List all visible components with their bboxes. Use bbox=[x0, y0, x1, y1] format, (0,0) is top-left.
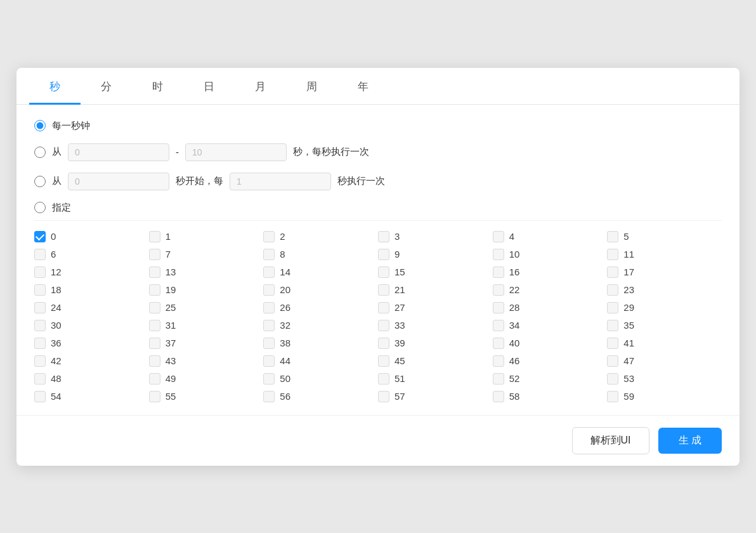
checkbox-38[interactable] bbox=[263, 338, 275, 349]
tab-sec[interactable]: 秒 bbox=[29, 68, 81, 105]
checkbox-44[interactable] bbox=[263, 355, 275, 367]
checkbox-item-25: 25 bbox=[149, 302, 264, 313]
checkbox-27[interactable] bbox=[378, 302, 389, 313]
checkbox-item-49: 49 bbox=[149, 373, 264, 385]
checkbox-12[interactable] bbox=[34, 266, 46, 278]
checkbox-13[interactable] bbox=[149, 266, 160, 278]
checkbox-label-7: 7 bbox=[166, 249, 171, 260]
tab-min[interactable]: 分 bbox=[81, 68, 132, 105]
step-radio[interactable] bbox=[34, 176, 46, 187]
checkbox-item-20: 20 bbox=[263, 284, 378, 296]
generate-button[interactable]: 生 成 bbox=[658, 428, 722, 454]
checkbox-33[interactable] bbox=[378, 320, 389, 331]
checkbox-19[interactable] bbox=[149, 284, 160, 296]
checkbox-label-1: 1 bbox=[166, 231, 171, 242]
specify-radio[interactable] bbox=[34, 202, 46, 213]
range-to-input[interactable] bbox=[185, 143, 287, 161]
tab-month[interactable]: 月 bbox=[235, 68, 286, 105]
checkbox-label-20: 20 bbox=[280, 284, 290, 295]
checkbox-item-21: 21 bbox=[378, 284, 493, 296]
checkbox-52[interactable] bbox=[493, 373, 504, 385]
checkbox-39[interactable] bbox=[378, 338, 389, 349]
checkbox-4[interactable] bbox=[493, 231, 504, 242]
checkbox-41[interactable] bbox=[607, 338, 618, 349]
checkbox-8[interactable] bbox=[263, 249, 275, 260]
checkbox-item-3: 3 bbox=[378, 231, 493, 242]
checkbox-54[interactable] bbox=[34, 391, 46, 402]
checkbox-17[interactable] bbox=[607, 266, 618, 278]
checkbox-50[interactable] bbox=[263, 373, 275, 385]
checkbox-item-51: 51 bbox=[378, 373, 493, 385]
checkbox-56[interactable] bbox=[263, 391, 275, 402]
tab-day[interactable]: 日 bbox=[183, 68, 235, 105]
checkbox-29[interactable] bbox=[607, 302, 618, 313]
checkbox-24[interactable] bbox=[34, 302, 46, 313]
checkbox-14[interactable] bbox=[263, 266, 275, 278]
checkbox-48[interactable] bbox=[34, 373, 46, 385]
checkbox-32[interactable] bbox=[263, 320, 275, 331]
checkbox-20[interactable] bbox=[263, 284, 275, 296]
range-radio[interactable] bbox=[34, 147, 46, 158]
every-second-radio[interactable] bbox=[34, 120, 46, 131]
checkbox-7[interactable] bbox=[149, 249, 160, 260]
checkbox-23[interactable] bbox=[607, 284, 618, 296]
checkbox-25[interactable] bbox=[149, 302, 160, 313]
checkbox-3[interactable] bbox=[378, 231, 389, 242]
checkbox-22[interactable] bbox=[493, 284, 504, 296]
step-step-input[interactable] bbox=[230, 173, 331, 190]
checkbox-9[interactable] bbox=[378, 249, 389, 260]
checkbox-49[interactable] bbox=[149, 373, 160, 385]
checkbox-40[interactable] bbox=[493, 338, 504, 349]
specify-label: 指定 bbox=[52, 202, 71, 214]
checkbox-21[interactable] bbox=[378, 284, 389, 296]
checkbox-item-9: 9 bbox=[378, 249, 493, 260]
checkbox-46[interactable] bbox=[493, 355, 504, 367]
content-area: 每一秒钟 从 - 秒，每秒执行一次 从 秒开始，每 秒执行一次 指定 01234 bbox=[16, 105, 740, 415]
checkbox-15[interactable] bbox=[378, 266, 389, 278]
checkbox-18[interactable] bbox=[34, 284, 46, 296]
checkbox-11[interactable] bbox=[607, 249, 618, 260]
checkbox-6[interactable] bbox=[34, 249, 46, 260]
checkbox-item-37: 37 bbox=[149, 338, 264, 349]
checkbox-42[interactable] bbox=[34, 355, 46, 367]
checkbox-58[interactable] bbox=[493, 391, 504, 402]
checkbox-label-42: 42 bbox=[51, 355, 62, 366]
checkbox-10[interactable] bbox=[493, 249, 504, 260]
checkbox-51[interactable] bbox=[378, 373, 389, 385]
checkbox-36[interactable] bbox=[34, 338, 46, 349]
checkbox-35[interactable] bbox=[607, 320, 618, 331]
checkbox-59[interactable] bbox=[607, 391, 618, 402]
checkbox-57[interactable] bbox=[378, 391, 389, 402]
checkbox-label-11: 11 bbox=[623, 249, 634, 260]
parse-button[interactable]: 解析到UI bbox=[572, 427, 649, 454]
checkbox-45[interactable] bbox=[378, 355, 389, 367]
checkbox-label-18: 18 bbox=[51, 284, 62, 295]
checkbox-label-34: 34 bbox=[509, 320, 520, 331]
checkbox-item-11: 11 bbox=[607, 249, 722, 260]
checkbox-28[interactable] bbox=[493, 302, 504, 313]
tab-week[interactable]: 周 bbox=[286, 68, 337, 105]
checkbox-37[interactable] bbox=[149, 338, 160, 349]
checkbox-47[interactable] bbox=[607, 355, 618, 367]
checkbox-55[interactable] bbox=[149, 391, 160, 402]
checkbox-30[interactable] bbox=[34, 320, 46, 331]
range-from-input[interactable] bbox=[68, 143, 169, 161]
checkbox-53[interactable] bbox=[607, 373, 618, 385]
checkbox-26[interactable] bbox=[263, 302, 275, 313]
checkbox-5[interactable] bbox=[607, 231, 618, 242]
checkbox-1[interactable] bbox=[149, 231, 160, 242]
checkbox-item-2: 2 bbox=[263, 231, 378, 242]
checkbox-label-38: 38 bbox=[280, 338, 290, 348]
tab-year[interactable]: 年 bbox=[337, 68, 389, 105]
checkbox-0[interactable] bbox=[34, 231, 46, 242]
checkbox-31[interactable] bbox=[149, 320, 160, 331]
checkbox-label-12: 12 bbox=[51, 266, 62, 277]
checkbox-16[interactable] bbox=[493, 266, 504, 278]
checkbox-34[interactable] bbox=[493, 320, 504, 331]
checkbox-43[interactable] bbox=[149, 355, 160, 367]
checkbox-2[interactable] bbox=[263, 231, 275, 242]
checkbox-item-35: 35 bbox=[607, 320, 722, 331]
tab-hour[interactable]: 时 bbox=[132, 68, 183, 105]
checkbox-label-57: 57 bbox=[394, 391, 405, 402]
step-from-input[interactable] bbox=[68, 173, 169, 190]
